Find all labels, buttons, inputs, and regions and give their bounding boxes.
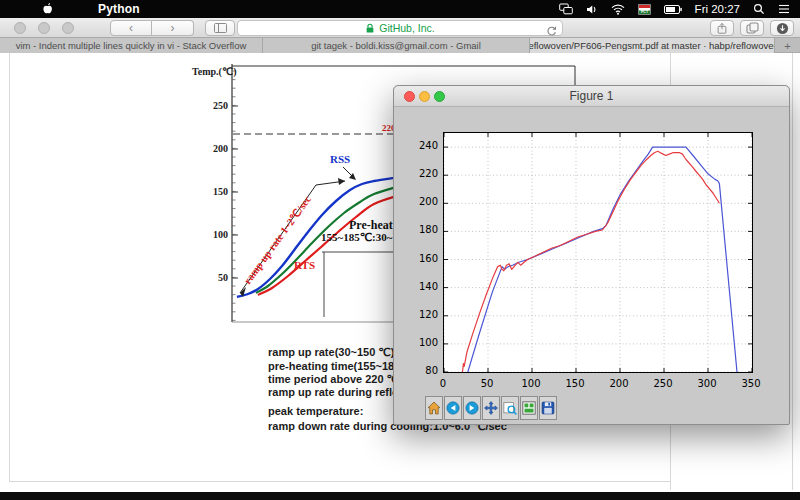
figure-y-tick-label: 220 [412,168,438,179]
spec-line: peak temperature: [268,405,363,417]
figure-x-tick-label: 200 [604,378,634,389]
sidebar-button[interactable] [205,20,235,36]
page-left-border [9,53,10,481]
figure-minimize-button[interactable] [419,91,430,102]
figure-y-tick-label: 120 [412,309,438,320]
figure-y-tick-label: 180 [412,224,438,235]
figure-y-tick-label: 140 [412,281,438,292]
tab-reflowoven-pdf[interactable]: reflowoven/PF606-Pengsmt.pdf at master ·… [530,38,775,53]
new-tab-button[interactable]: + [775,38,800,53]
figure-x-tick-label: 100 [516,378,546,389]
subplots-button[interactable] [520,396,538,420]
pct-label: PCT [641,10,649,14]
rss-curve-label: RSS [330,153,350,165]
notification-center-icon[interactable] [778,2,790,16]
preheat-range: 155~185℃:30~ [321,231,392,244]
figure-x-tick-label: 150 [560,378,590,389]
figure-close-button[interactable] [404,91,415,102]
zoom-rect-button[interactable] [501,396,519,420]
figure-plot-area [443,132,753,373]
figure-y-tick-label: 200 [412,196,438,207]
back-icon [446,401,460,415]
nav-button-group: ‹ › [110,20,194,36]
volume-icon[interactable] [586,2,598,16]
active-app-name[interactable]: Python [98,2,140,16]
home-icon [427,401,441,415]
pan-icon [484,401,498,415]
menu-clock[interactable]: Fri 20:27 [695,3,740,15]
figure-plot-svg [444,133,752,372]
pdf-page-bottom [9,481,670,482]
share-icon [716,22,728,35]
save-button[interactable] [539,396,557,420]
figure-y-tick-label: 160 [412,253,438,264]
tab-overview-button[interactable] [740,20,764,36]
battery-icon[interactable] [664,2,682,16]
page-right-border [792,53,793,490]
zoom-rect-icon [503,401,517,415]
screen-bottom-strip [0,492,800,500]
figure-x-tick-label: 0 [428,378,458,389]
figure-toolbar [425,396,557,420]
tab-stack-overflow[interactable]: vim - Indent multiple lines quickly in v… [0,38,263,53]
pdf-y-tick-label: 250 [198,100,228,111]
save-icon [541,401,555,415]
figure-x-tick-label: 300 [692,378,722,389]
rts-curve-label: RTS [294,259,315,271]
tab-bar: vim - Indent multiple lines quickly in v… [0,38,800,53]
spotlight-icon[interactable] [753,2,765,16]
window-close-button[interactable] [14,22,26,34]
sidebar-icon [214,23,227,33]
pdf-y-tick-label: 150 [198,186,228,197]
subplots-icon [522,401,536,415]
pdf-y-axis-title: Temp.(℃) [192,66,236,77]
display-mirroring-icon[interactable] [559,2,573,16]
pct-flag-icon[interactable]: PCT [638,2,651,16]
tab-gmail[interactable]: git tagek - boldi.kiss@gmail.com - Gmail [263,38,530,53]
pan-button[interactable] [482,396,500,420]
pdf-y-tick-label: 50 [198,272,228,283]
apple-menu-icon[interactable] [40,2,54,16]
figure-titlebar[interactable]: Figure 1 [394,86,789,107]
menu-bar: Python PCT Fri 20:27 [0,0,800,18]
window-zoom-button[interactable] [62,22,74,34]
window-minimize-button[interactable] [38,22,50,34]
figure-title: Figure 1 [394,86,789,107]
back-button[interactable]: ‹ [110,20,152,36]
share-button[interactable] [710,20,734,36]
browser-toolbar: ‹ › GitHub, Inc. [0,18,800,38]
address-bar[interactable]: GitHub, Inc. [237,20,563,36]
tabs-icon [746,22,759,34]
pdf-y-tick-label: 100 [198,229,228,240]
figure-y-tick-label: 240 [412,140,438,151]
figure-zoom-button[interactable] [434,91,445,102]
figure-x-tick-label: 350 [736,378,766,389]
back-button-fig[interactable] [444,396,462,420]
address-text: GitHub, Inc. [379,22,434,34]
spec-line: time period above 220 ℃ : [268,373,406,386]
figure-window: Figure 1 80100120140160180200220240 0501… [393,85,790,425]
home-button[interactable] [425,396,443,420]
pdf-y-tick-label: 200 [198,143,228,154]
downloads-icon [776,22,789,35]
figure-x-tick-label: 250 [648,378,678,389]
forward-icon [465,401,479,415]
forward-button-fig[interactable] [463,396,481,420]
figure-y-tick-label: 100 [412,337,438,348]
figure-y-tick-label: 80 [412,365,438,376]
forward-button[interactable]: › [152,20,194,36]
https-lock-icon [365,23,375,34]
downloads-button[interactable] [770,20,794,36]
wifi-icon[interactable] [611,2,625,16]
figure-x-tick-label: 50 [472,378,502,389]
spec-line: ramp up rate during reflow: [268,386,411,398]
spec-line: ramp up rate(30~150 ℃) : [268,346,401,359]
